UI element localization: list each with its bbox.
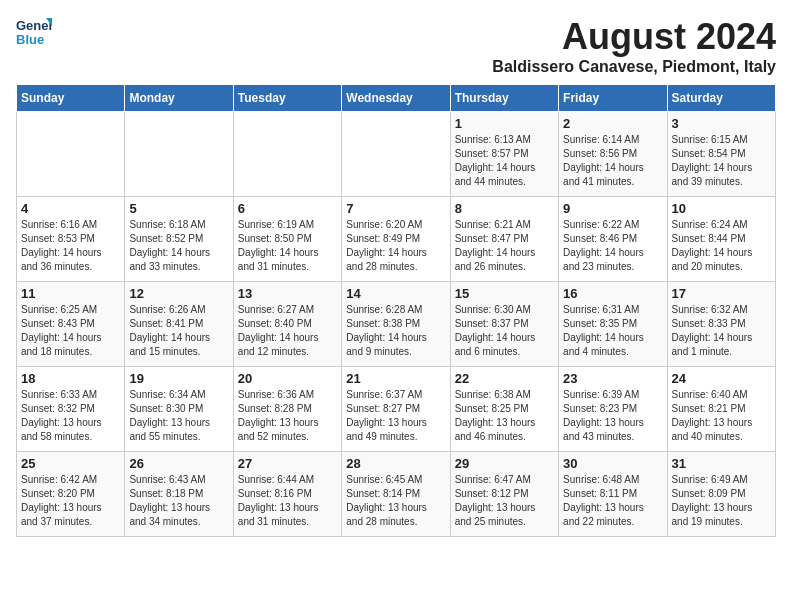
day-number: 13 bbox=[238, 286, 337, 301]
calendar-cell: 22Sunrise: 6:38 AM Sunset: 8:25 PM Dayli… bbox=[450, 367, 558, 452]
calendar-cell: 26Sunrise: 6:43 AM Sunset: 8:18 PM Dayli… bbox=[125, 452, 233, 537]
calendar-cell: 13Sunrise: 6:27 AM Sunset: 8:40 PM Dayli… bbox=[233, 282, 341, 367]
cell-content: Sunrise: 6:20 AM Sunset: 8:49 PM Dayligh… bbox=[346, 218, 445, 274]
calendar-cell: 4Sunrise: 6:16 AM Sunset: 8:53 PM Daylig… bbox=[17, 197, 125, 282]
cell-content: Sunrise: 6:25 AM Sunset: 8:43 PM Dayligh… bbox=[21, 303, 120, 359]
title-area: August 2024 Baldissero Canavese, Piedmon… bbox=[492, 16, 776, 76]
calendar-cell: 5Sunrise: 6:18 AM Sunset: 8:52 PM Daylig… bbox=[125, 197, 233, 282]
calendar-cell: 1Sunrise: 6:13 AM Sunset: 8:57 PM Daylig… bbox=[450, 112, 558, 197]
calendar-cell: 20Sunrise: 6:36 AM Sunset: 8:28 PM Dayli… bbox=[233, 367, 341, 452]
calendar-cell: 29Sunrise: 6:47 AM Sunset: 8:12 PM Dayli… bbox=[450, 452, 558, 537]
calendar-cell: 11Sunrise: 6:25 AM Sunset: 8:43 PM Dayli… bbox=[17, 282, 125, 367]
weekday-header-tuesday: Tuesday bbox=[233, 85, 341, 112]
day-number: 4 bbox=[21, 201, 120, 216]
calendar-cell: 24Sunrise: 6:40 AM Sunset: 8:21 PM Dayli… bbox=[667, 367, 775, 452]
calendar-cell: 14Sunrise: 6:28 AM Sunset: 8:38 PM Dayli… bbox=[342, 282, 450, 367]
month-title: August 2024 bbox=[492, 16, 776, 58]
cell-content: Sunrise: 6:43 AM Sunset: 8:18 PM Dayligh… bbox=[129, 473, 228, 529]
cell-content: Sunrise: 6:15 AM Sunset: 8:54 PM Dayligh… bbox=[672, 133, 771, 189]
cell-content: Sunrise: 6:26 AM Sunset: 8:41 PM Dayligh… bbox=[129, 303, 228, 359]
calendar-cell: 30Sunrise: 6:48 AM Sunset: 8:11 PM Dayli… bbox=[559, 452, 667, 537]
svg-text:Blue: Blue bbox=[16, 32, 44, 47]
calendar-cell: 3Sunrise: 6:15 AM Sunset: 8:54 PM Daylig… bbox=[667, 112, 775, 197]
calendar-cell: 31Sunrise: 6:49 AM Sunset: 8:09 PM Dayli… bbox=[667, 452, 775, 537]
location-title: Baldissero Canavese, Piedmont, Italy bbox=[492, 58, 776, 76]
calendar-cell: 9Sunrise: 6:22 AM Sunset: 8:46 PM Daylig… bbox=[559, 197, 667, 282]
cell-content: Sunrise: 6:31 AM Sunset: 8:35 PM Dayligh… bbox=[563, 303, 662, 359]
cell-content: Sunrise: 6:19 AM Sunset: 8:50 PM Dayligh… bbox=[238, 218, 337, 274]
day-number: 11 bbox=[21, 286, 120, 301]
cell-content: Sunrise: 6:45 AM Sunset: 8:14 PM Dayligh… bbox=[346, 473, 445, 529]
cell-content: Sunrise: 6:30 AM Sunset: 8:37 PM Dayligh… bbox=[455, 303, 554, 359]
day-number: 21 bbox=[346, 371, 445, 386]
calendar-cell: 12Sunrise: 6:26 AM Sunset: 8:41 PM Dayli… bbox=[125, 282, 233, 367]
day-number: 22 bbox=[455, 371, 554, 386]
day-number: 1 bbox=[455, 116, 554, 131]
cell-content: Sunrise: 6:32 AM Sunset: 8:33 PM Dayligh… bbox=[672, 303, 771, 359]
calendar-cell: 17Sunrise: 6:32 AM Sunset: 8:33 PM Dayli… bbox=[667, 282, 775, 367]
cell-content: Sunrise: 6:48 AM Sunset: 8:11 PM Dayligh… bbox=[563, 473, 662, 529]
day-number: 6 bbox=[238, 201, 337, 216]
calendar-table: SundayMondayTuesdayWednesdayThursdayFrid… bbox=[16, 84, 776, 537]
day-number: 8 bbox=[455, 201, 554, 216]
cell-content: Sunrise: 6:16 AM Sunset: 8:53 PM Dayligh… bbox=[21, 218, 120, 274]
calendar-cell: 21Sunrise: 6:37 AM Sunset: 8:27 PM Dayli… bbox=[342, 367, 450, 452]
calendar-cell: 7Sunrise: 6:20 AM Sunset: 8:49 PM Daylig… bbox=[342, 197, 450, 282]
cell-content: Sunrise: 6:47 AM Sunset: 8:12 PM Dayligh… bbox=[455, 473, 554, 529]
cell-content: Sunrise: 6:39 AM Sunset: 8:23 PM Dayligh… bbox=[563, 388, 662, 444]
calendar-cell: 8Sunrise: 6:21 AM Sunset: 8:47 PM Daylig… bbox=[450, 197, 558, 282]
day-number: 10 bbox=[672, 201, 771, 216]
cell-content: Sunrise: 6:34 AM Sunset: 8:30 PM Dayligh… bbox=[129, 388, 228, 444]
calendar-cell: 10Sunrise: 6:24 AM Sunset: 8:44 PM Dayli… bbox=[667, 197, 775, 282]
weekday-header-saturday: Saturday bbox=[667, 85, 775, 112]
day-number: 25 bbox=[21, 456, 120, 471]
cell-content: Sunrise: 6:38 AM Sunset: 8:25 PM Dayligh… bbox=[455, 388, 554, 444]
cell-content: Sunrise: 6:18 AM Sunset: 8:52 PM Dayligh… bbox=[129, 218, 228, 274]
logo: General Blue General Blue bbox=[16, 16, 56, 52]
cell-content: Sunrise: 6:40 AM Sunset: 8:21 PM Dayligh… bbox=[672, 388, 771, 444]
day-number: 27 bbox=[238, 456, 337, 471]
cell-content: Sunrise: 6:21 AM Sunset: 8:47 PM Dayligh… bbox=[455, 218, 554, 274]
calendar-cell: 18Sunrise: 6:33 AM Sunset: 8:32 PM Dayli… bbox=[17, 367, 125, 452]
day-number: 7 bbox=[346, 201, 445, 216]
cell-content: Sunrise: 6:22 AM Sunset: 8:46 PM Dayligh… bbox=[563, 218, 662, 274]
calendar-cell: 27Sunrise: 6:44 AM Sunset: 8:16 PM Dayli… bbox=[233, 452, 341, 537]
cell-content: Sunrise: 6:42 AM Sunset: 8:20 PM Dayligh… bbox=[21, 473, 120, 529]
calendar-cell: 19Sunrise: 6:34 AM Sunset: 8:30 PM Dayli… bbox=[125, 367, 233, 452]
day-number: 3 bbox=[672, 116, 771, 131]
calendar-cell bbox=[125, 112, 233, 197]
cell-content: Sunrise: 6:28 AM Sunset: 8:38 PM Dayligh… bbox=[346, 303, 445, 359]
calendar-cell: 6Sunrise: 6:19 AM Sunset: 8:50 PM Daylig… bbox=[233, 197, 341, 282]
day-number: 12 bbox=[129, 286, 228, 301]
cell-content: Sunrise: 6:49 AM Sunset: 8:09 PM Dayligh… bbox=[672, 473, 771, 529]
day-number: 19 bbox=[129, 371, 228, 386]
cell-content: Sunrise: 6:27 AM Sunset: 8:40 PM Dayligh… bbox=[238, 303, 337, 359]
day-number: 29 bbox=[455, 456, 554, 471]
day-number: 31 bbox=[672, 456, 771, 471]
weekday-header-wednesday: Wednesday bbox=[342, 85, 450, 112]
cell-content: Sunrise: 6:37 AM Sunset: 8:27 PM Dayligh… bbox=[346, 388, 445, 444]
day-number: 26 bbox=[129, 456, 228, 471]
day-number: 18 bbox=[21, 371, 120, 386]
calendar-cell: 23Sunrise: 6:39 AM Sunset: 8:23 PM Dayli… bbox=[559, 367, 667, 452]
calendar-cell: 15Sunrise: 6:30 AM Sunset: 8:37 PM Dayli… bbox=[450, 282, 558, 367]
day-number: 24 bbox=[672, 371, 771, 386]
weekday-header-thursday: Thursday bbox=[450, 85, 558, 112]
day-number: 9 bbox=[563, 201, 662, 216]
day-number: 30 bbox=[563, 456, 662, 471]
calendar-cell: 16Sunrise: 6:31 AM Sunset: 8:35 PM Dayli… bbox=[559, 282, 667, 367]
day-number: 23 bbox=[563, 371, 662, 386]
calendar-cell bbox=[233, 112, 341, 197]
day-number: 2 bbox=[563, 116, 662, 131]
cell-content: Sunrise: 6:36 AM Sunset: 8:28 PM Dayligh… bbox=[238, 388, 337, 444]
weekday-header-friday: Friday bbox=[559, 85, 667, 112]
header: General Blue General Blue August 2024 Ba… bbox=[16, 16, 776, 76]
day-number: 20 bbox=[238, 371, 337, 386]
weekday-header-monday: Monday bbox=[125, 85, 233, 112]
day-number: 15 bbox=[455, 286, 554, 301]
calendar-cell bbox=[342, 112, 450, 197]
calendar-cell bbox=[17, 112, 125, 197]
cell-content: Sunrise: 6:24 AM Sunset: 8:44 PM Dayligh… bbox=[672, 218, 771, 274]
cell-content: Sunrise: 6:33 AM Sunset: 8:32 PM Dayligh… bbox=[21, 388, 120, 444]
cell-content: Sunrise: 6:14 AM Sunset: 8:56 PM Dayligh… bbox=[563, 133, 662, 189]
